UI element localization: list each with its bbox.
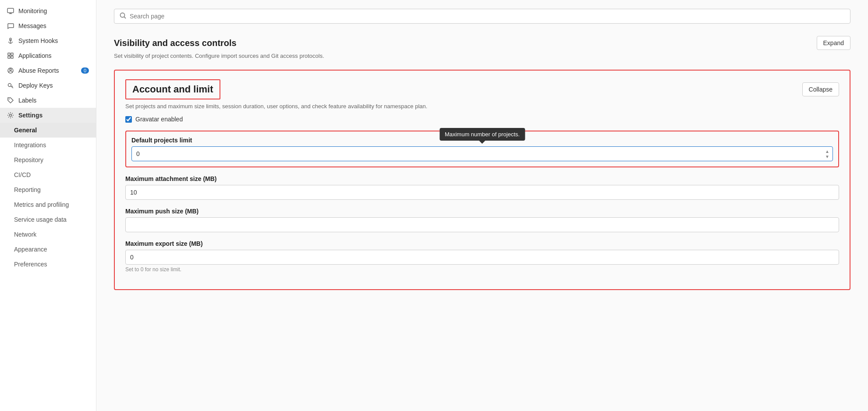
sidebar-item-general-label: General (14, 127, 37, 134)
max-export-size-group: Maximum export size (MB) Set to 0 for no… (125, 240, 839, 273)
sidebar-item-applications-label: Applications (18, 52, 52, 59)
sidebar-item-repository[interactable]: Repository (0, 152, 96, 167)
sidebar-item-abuse-reports[interactable]: Abuse Reports 0 (0, 63, 96, 78)
max-export-size-input[interactable] (125, 250, 839, 265)
default-projects-limit-group: Default projects limit Maximum number of… (125, 131, 839, 167)
sidebar-item-reporting[interactable]: Reporting (0, 182, 96, 197)
sidebar-item-service-usage-label: Service usage data (14, 216, 67, 223)
abuse-reports-badge: 0 (81, 67, 89, 74)
spinner-down[interactable]: ▼ (825, 154, 829, 159)
sidebar-item-abuse-reports-label: Abuse Reports (18, 67, 59, 74)
account-limit-header: Account and limit Collapse (125, 79, 839, 99)
gravatar-checkbox[interactable] (125, 116, 132, 123)
sidebar-item-integrations-label: Integrations (14, 142, 46, 149)
svg-point-16 (10, 114, 12, 117)
sidebar-item-general[interactable]: General (0, 123, 96, 138)
sidebar-item-system-hooks[interactable]: System Hooks (0, 33, 96, 48)
monitor-icon (7, 7, 14, 14)
max-push-size-label: Maximum push size (MB) (125, 208, 839, 215)
sidebar-item-system-hooks-label: System Hooks (18, 37, 58, 44)
max-attachment-size-label: Maximum attachment size (MB) (125, 175, 839, 182)
gear-icon (7, 112, 14, 119)
max-push-size-group: Maximum push size (MB) (125, 208, 839, 232)
account-limit-section: Account and limit Collapse Set projects … (114, 70, 850, 290)
grid-icon (7, 52, 14, 59)
sidebar-item-preferences[interactable]: Preferences (0, 257, 96, 272)
svg-rect-8 (8, 56, 10, 58)
spinner-up[interactable]: ▲ (825, 149, 829, 154)
sidebar-item-monitoring-label: Monitoring (18, 7, 47, 14)
visibility-header: Visibility and access controls Expand (114, 36, 850, 50)
svg-line-14 (12, 86, 13, 87)
sidebar-item-cicd-label: CI/CD (14, 171, 31, 178)
max-export-size-label: Maximum export size (MB) (125, 240, 839, 247)
svg-point-15 (9, 99, 10, 99)
svg-point-12 (8, 84, 11, 87)
key-icon (7, 82, 14, 89)
visibility-description: Set visibility of project contents. Conf… (114, 53, 850, 59)
max-attachment-size-group: Maximum attachment size (MB) (125, 175, 839, 200)
sidebar-item-repository-label: Repository (14, 156, 43, 163)
gravatar-label[interactable]: Gravatar enabled (135, 116, 183, 123)
sidebar-item-cicd[interactable]: CI/CD (0, 167, 96, 182)
account-limit-description: Set projects and maximum size limits, se… (125, 103, 839, 110)
sidebar-item-metrics-profiling[interactable]: Metrics and profiling (0, 197, 96, 212)
sidebar-item-integrations[interactable]: Integrations (0, 138, 96, 152)
svg-point-17 (120, 13, 125, 18)
tooltip: Maximum number of projects. (439, 128, 525, 141)
sidebar-item-reporting-label: Reporting (14, 186, 41, 193)
sidebar-item-monitoring[interactable]: Monitoring (0, 4, 96, 18)
message-icon (7, 22, 14, 29)
default-projects-limit-input[interactable] (131, 146, 833, 161)
anchor-icon (7, 37, 14, 44)
sidebar-item-metrics-label: Metrics and profiling (14, 201, 69, 208)
sidebar-item-network-label: Network (14, 231, 36, 238)
svg-line-18 (124, 17, 126, 19)
sidebar-item-messages[interactable]: Messages (0, 18, 96, 33)
search-bar (114, 9, 850, 24)
spinner-arrows[interactable]: ▲ ▼ (825, 149, 829, 159)
visibility-title: Visibility and access controls (114, 38, 237, 48)
sidebar-item-settings-label: Settings (18, 112, 43, 119)
search-icon (120, 12, 126, 20)
sidebar-item-preferences-label: Preferences (14, 261, 47, 268)
default-projects-limit-wrapper: Maximum number of projects. ▲ ▼ (131, 146, 833, 161)
tag-icon (7, 97, 14, 104)
account-limit-title: Account and limit (125, 79, 220, 99)
expand-button[interactable]: Expand (817, 36, 850, 50)
sidebar-item-settings[interactable]: Settings (0, 108, 96, 123)
sidebar-item-applications[interactable]: Applications (0, 48, 96, 63)
search-input[interactable] (130, 13, 845, 20)
collapse-button[interactable]: Collapse (802, 82, 839, 96)
sidebar-item-network[interactable]: Network (0, 227, 96, 242)
user-circle-icon (7, 67, 14, 74)
sidebar-item-deploy-keys[interactable]: Deploy Keys (0, 78, 96, 93)
sidebar: Monitoring Messages System Hooks (0, 0, 96, 411)
svg-point-3 (10, 38, 11, 40)
sidebar-item-appearance[interactable]: Appearance (0, 242, 96, 257)
svg-rect-7 (11, 53, 13, 55)
max-push-size-input[interactable] (125, 217, 839, 232)
sidebar-item-labels-label: Labels (18, 97, 36, 104)
max-export-size-hint: Set to 0 for no size limit. (125, 266, 839, 273)
svg-rect-9 (11, 56, 13, 58)
sidebar-item-service-usage[interactable]: Service usage data (0, 212, 96, 227)
visibility-section: Visibility and access controls Expand Se… (114, 36, 850, 59)
main-content: Visibility and access controls Expand Se… (96, 0, 868, 411)
svg-rect-6 (8, 53, 10, 55)
svg-rect-0 (7, 8, 14, 13)
sidebar-item-labels[interactable]: Labels (0, 93, 96, 108)
sidebar-item-messages-label: Messages (18, 22, 46, 29)
sidebar-item-deploy-keys-label: Deploy Keys (18, 82, 53, 89)
svg-point-11 (10, 69, 11, 71)
gravatar-row: Gravatar enabled (125, 116, 839, 123)
sidebar-item-appearance-label: Appearance (14, 246, 47, 253)
max-attachment-size-input[interactable] (125, 185, 839, 200)
